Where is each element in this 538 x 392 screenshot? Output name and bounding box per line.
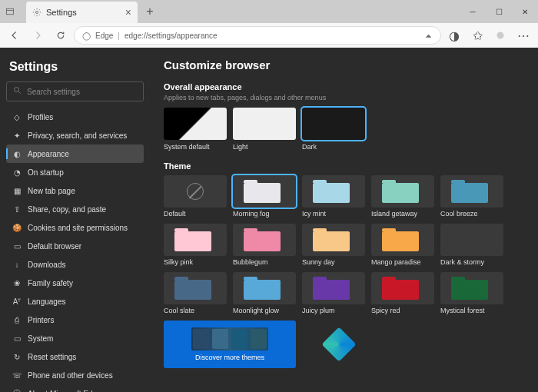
nav-label: Default browser (28, 242, 81, 251)
nav-label: Cookies and site permissions (28, 224, 128, 232)
sidebar-item-default-browser[interactable]: ▭Default browser (6, 237, 144, 255)
nav-icon: ▦ (12, 187, 22, 195)
sidebar-item-about-microsoft-edge[interactable]: ⓘAbout Microsoft Edge (6, 384, 144, 392)
theme-sunny-day[interactable]: Sunny day (302, 224, 365, 266)
sidebar: Settings Search settings ◇Profiles✦Priva… (0, 48, 150, 392)
edge-logo-icon (321, 327, 356, 361)
nav-label: On startup (28, 168, 64, 177)
page-heading: Customize browser (164, 58, 524, 71)
theme-title: Theme (164, 161, 524, 171)
sidebar-item-family-safety[interactable]: ❀Family safety (6, 274, 144, 292)
profile-button[interactable] (490, 25, 510, 45)
nav-label: Privacy, search, and services (28, 131, 127, 140)
theme-cool-slate[interactable]: Cool slate (164, 272, 227, 314)
svg-line-5 (18, 91, 21, 94)
main-content: Customize browser Overall appearance App… (150, 48, 538, 392)
nav-icon: ❀ (12, 279, 22, 287)
gear-icon (32, 8, 42, 17)
refresh-button[interactable] (51, 25, 71, 45)
address-prefix: Edge (95, 32, 113, 40)
theme-mango-paradise[interactable]: Mango paradise (371, 224, 434, 266)
nav-icon: ↻ (12, 353, 22, 361)
nav-label: New tab page (28, 187, 75, 195)
sidebar-item-profiles[interactable]: ◇Profiles (6, 108, 144, 126)
nav-icon: ⓘ (12, 388, 22, 392)
nav-label: Phone and other devices (28, 371, 113, 380)
new-tab-button[interactable]: + (141, 2, 159, 21)
search-settings-input[interactable]: Search settings (6, 81, 144, 101)
theme-cool-breeze[interactable]: Cool breeze (440, 175, 503, 218)
theme-icy-mint[interactable]: Icy mint (302, 175, 365, 218)
sidebar-item-cookies-and-site-permissions[interactable]: 🍪Cookies and site permissions (6, 218, 144, 237)
sidebar-item-on-startup[interactable]: ◔On startup (6, 163, 144, 181)
back-button[interactable] (5, 25, 25, 45)
nav-label: Languages (28, 297, 66, 306)
nav-icon: ◔ (12, 168, 22, 177)
nav-label: System (28, 334, 53, 343)
sidebar-item-downloads[interactable]: ↓Downloads (6, 255, 144, 274)
sidebar-item-new-tab-page[interactable]: ▦New tab page (6, 181, 144, 200)
forward-button (28, 25, 48, 45)
nav-label: Reset settings (28, 353, 76, 361)
sidebar-item-system[interactable]: ▭System (6, 329, 144, 347)
nav-label: Downloads (28, 261, 65, 269)
sidebar-item-privacy-search-and-services[interactable]: ✦Privacy, search, and services (6, 126, 144, 145)
nav-icon: 🍪 (12, 224, 22, 232)
overall-title: Overall appearance (164, 82, 524, 91)
svg-point-2 (36, 12, 38, 14)
theme-juicy-plum[interactable]: Juicy plum (302, 272, 365, 314)
appearance-option-dark[interactable]: Dark (302, 108, 365, 151)
sidebar-item-languages[interactable]: AᵀLanguages (6, 292, 144, 311)
theme-default[interactable]: Default (164, 175, 227, 218)
nav-icon: ◐ (12, 150, 22, 158)
sidebar-title: Settings (9, 60, 141, 74)
appearance-option-light[interactable]: Light (233, 108, 296, 151)
titlebar: Settings × + ─ ☐ ✕ (0, 0, 538, 23)
edge-icon: ◯ (82, 32, 91, 40)
theme-dark-stormy[interactable]: Dark & stormy (440, 224, 503, 266)
theme-silky-pink[interactable]: Silky pink (164, 224, 227, 266)
svg-point-4 (15, 88, 19, 92)
menu-button[interactable]: ⋯ (513, 25, 533, 45)
favorites-button[interactable]: ✩ (467, 25, 487, 45)
sidebar-item-printers[interactable]: ⎙Printers (6, 311, 144, 329)
discover-themes-button[interactable]: Discover more themes (164, 321, 296, 368)
minimize-button[interactable]: ─ (460, 0, 486, 23)
discover-label: Discover more themes (195, 354, 264, 361)
nav-label: Family safety (28, 279, 73, 287)
nav-label: Printers (28, 316, 54, 324)
sidebar-item-share-copy-and-paste[interactable]: ⇪Share, copy, and paste (6, 200, 144, 218)
reader-icon[interactable]: ⏶ (425, 32, 433, 40)
sidebar-item-appearance[interactable]: ◐Appearance (6, 145, 144, 163)
appearance-option-system-default[interactable]: System default (164, 108, 227, 151)
search-placeholder: Search settings (27, 88, 80, 96)
theme-bubblegum[interactable]: Bubblegum (233, 224, 296, 266)
tab-title: Settings (46, 8, 77, 17)
nav-label: Share, copy, and paste (28, 205, 106, 214)
nav-icon: ✦ (12, 131, 22, 140)
svg-point-3 (497, 32, 504, 39)
tab-actions-button[interactable] (0, 2, 20, 22)
nav-label: Profiles (28, 113, 53, 121)
close-window-button[interactable]: ✕ (512, 0, 538, 23)
theme-island-getaway[interactable]: Island getaway (371, 175, 434, 218)
theme-mystical-forest[interactable]: Mystical forest (440, 272, 503, 314)
theme-spicy-red[interactable]: Spicy red (371, 272, 434, 314)
nav-label: About Microsoft Edge (28, 390, 101, 393)
nav-icon: ⎙ (12, 316, 22, 324)
sidebar-item-phone-and-other-devices[interactable]: ☏Phone and other devices (6, 366, 144, 384)
close-tab-button[interactable]: × (125, 6, 131, 18)
nav-icon: Aᵀ (12, 297, 22, 306)
toolbar: ◯ Edge | edge://settings/appearance ⏶ ◑ … (0, 23, 538, 48)
maximize-button[interactable]: ☐ (486, 0, 512, 23)
search-icon (13, 86, 22, 97)
theme-morning-fog[interactable]: Morning fog (233, 175, 296, 218)
nav-label: Appearance (28, 150, 69, 158)
browser-tab[interactable]: Settings × (26, 2, 138, 23)
nav-icon: ↓ (12, 261, 22, 269)
address-bar[interactable]: ◯ Edge | edge://settings/appearance ⏶ (74, 26, 441, 45)
nav-icon: ☏ (12, 371, 22, 380)
sidebar-item-reset-settings[interactable]: ↻Reset settings (6, 347, 144, 366)
extensions-button[interactable]: ◑ (444, 25, 464, 45)
theme-moonlight-glow[interactable]: Moonlight glow (233, 272, 296, 314)
